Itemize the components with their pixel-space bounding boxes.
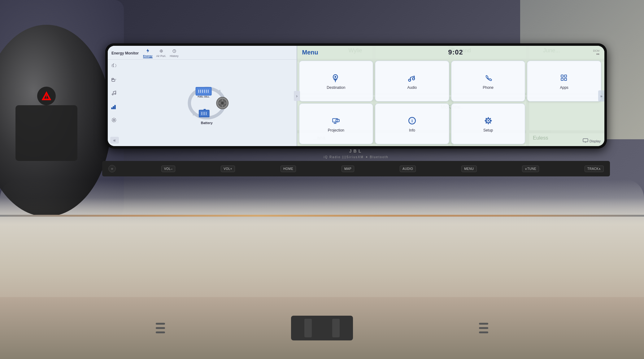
energy-content: FUEL CELL <box>108 60 297 146</box>
vent-dial-left[interactable] <box>304 319 312 337</box>
projection-label: Projection <box>328 128 344 132</box>
dcm-icon: ■■ <box>596 53 599 55</box>
menu-header: Menu 9:02 DCM ■■ <box>297 46 604 59</box>
panel-chevron[interactable]: › <box>294 91 300 101</box>
svg-point-68 <box>487 120 489 122</box>
trim-line <box>0 215 644 217</box>
menu-item-apps[interactable]: Apps <box>527 61 601 102</box>
back-chevron[interactable]: « <box>110 137 119 144</box>
svg-rect-57 <box>561 75 563 77</box>
history-tab-icon <box>172 49 176 54</box>
vent-left <box>156 322 165 334</box>
svg-point-55 <box>408 79 411 81</box>
tab-air-label: Air Puri. <box>156 54 166 58</box>
svg-rect-58 <box>564 75 567 77</box>
steering-hub <box>15 105 77 161</box>
energy-monitor-panel: Energy Monitor Energy <box>108 46 297 146</box>
svg-rect-59 <box>561 78 563 80</box>
tab-energy-label: Energy <box>143 54 153 58</box>
audio-button[interactable]: AUDIO <box>400 166 416 172</box>
menu-grid: Destination Audio <box>297 59 604 146</box>
dcm-text: DCM <box>593 49 600 52</box>
physical-buttons-row: VOL– VOL+ HOME MAP AUDIO MENU ∨TUNE TRAC… <box>102 161 610 176</box>
svg-point-25 <box>221 102 224 104</box>
music-icon[interactable] <box>110 89 118 97</box>
setup-label: Setup <box>483 128 493 132</box>
menu-panel: Wylie Garland June... McKinne.. ...ana E… <box>297 46 604 146</box>
svg-rect-9 <box>111 108 112 109</box>
tabs-bar: Energy Monitor Energy <box>108 46 297 60</box>
svg-text:FUEL CELL: FUEL CELL <box>198 95 210 97</box>
svg-text:i: i <box>411 119 413 123</box>
side-icons <box>110 61 118 124</box>
infotainment-screen: Energy Monitor Energy <box>108 46 604 146</box>
air-purifier-tab-icon <box>159 49 163 54</box>
energy-circle-diagram: FUEL CELL <box>182 83 232 123</box>
battery-label: Battery <box>201 121 213 125</box>
brand-label: JBL <box>349 149 363 154</box>
svg-rect-5 <box>112 78 114 80</box>
track-button[interactable]: TRACK∧ <box>585 166 604 172</box>
display-btn-icon <box>583 138 588 144</box>
hvac-icon[interactable] <box>110 61 118 70</box>
tab-history[interactable]: History <box>170 49 179 58</box>
svg-rect-10 <box>113 106 114 109</box>
svg-rect-62 <box>336 119 339 122</box>
audio-label: Audio <box>407 85 417 90</box>
svg-rect-70 <box>583 139 588 142</box>
settings-icon[interactable] <box>110 116 118 124</box>
screen-below-area: JBL iQ Radio |||SiriusXM ✦ Bluetooth <box>105 149 607 159</box>
warning-triangle[interactable]: ! <box>37 87 56 105</box>
map-button[interactable]: MAP <box>342 166 354 172</box>
vent-right <box>479 322 488 334</box>
svg-text:!: ! <box>46 96 47 99</box>
menu-item-phone[interactable]: Phone <box>451 61 525 102</box>
display-button[interactable]: Display <box>583 138 601 144</box>
svg-rect-36 <box>203 109 206 110</box>
tab-energy[interactable]: Energy <box>143 48 153 58</box>
svg-point-7 <box>112 94 113 95</box>
screen-bezel: Energy Monitor Energy <box>105 43 607 149</box>
svg-rect-31 <box>199 110 208 116</box>
svg-rect-60 <box>564 78 567 80</box>
power-button[interactable] <box>108 165 116 172</box>
phone-label: Phone <box>483 85 494 90</box>
menu-item-setup[interactable]: Setup <box>451 103 525 144</box>
vent-dial-right[interactable] <box>332 319 340 337</box>
energy-tab-icon <box>146 48 150 54</box>
hvac-area <box>0 297 644 359</box>
vol-minus-button[interactable]: VOL– <box>161 166 176 172</box>
svg-point-8 <box>115 93 116 94</box>
menu-title: Menu <box>302 49 318 56</box>
seat-heat-icon[interactable] <box>110 75 118 84</box>
svg-point-56 <box>412 78 415 80</box>
info-label: Info <box>409 128 415 132</box>
chart-icon[interactable] <box>110 102 118 111</box>
tune-button[interactable]: ∨TUNE <box>522 166 539 172</box>
svg-point-12 <box>113 119 115 121</box>
menu-item-destination[interactable]: Destination <box>299 61 373 102</box>
hvac-controls[interactable] <box>291 316 353 340</box>
menu-item-info[interactable]: i Info <box>375 103 449 144</box>
clock-display: 9:02 <box>448 48 463 56</box>
home-button[interactable]: HOME <box>281 166 296 172</box>
service-logos: iQ Radio |||SiriusXM ✦ Bluetooth <box>324 155 388 159</box>
destination-label: Destination <box>327 85 345 90</box>
menu-item-projection[interactable]: Projection <box>299 103 373 144</box>
menu-overlay: Menu 9:02 DCM ■■ <box>297 46 604 146</box>
dcm-indicator: DCM ■■ <box>593 49 600 55</box>
energy-monitor-title: Energy Monitor <box>111 51 139 55</box>
svg-rect-11 <box>115 105 115 109</box>
svg-point-54 <box>335 76 336 78</box>
menu-item-audio[interactable]: Audio <box>375 61 449 102</box>
display-btn-label: Display <box>590 139 601 143</box>
right-edge-chevron[interactable]: » <box>598 90 604 102</box>
vol-plus-button[interactable]: VOL+ <box>221 166 235 172</box>
tab-air-purifier[interactable]: Air Puri. <box>156 49 166 58</box>
menu-button[interactable]: MENU <box>461 166 476 172</box>
tab-history-label: History <box>170 54 179 58</box>
apps-label: Apps <box>560 85 568 90</box>
